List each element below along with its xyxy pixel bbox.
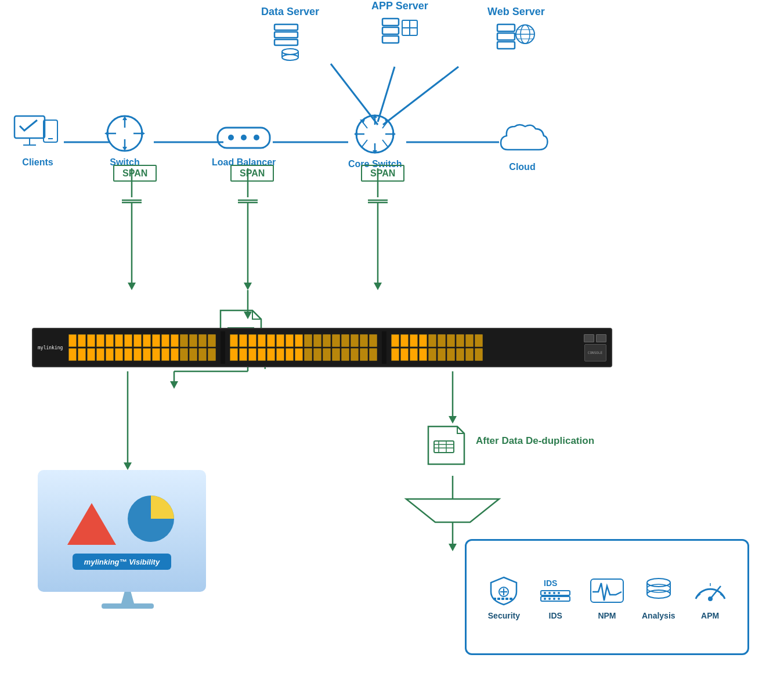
rack-port: [161, 334, 169, 347]
rack-port: [400, 348, 409, 361]
svg-rect-49: [497, 24, 515, 31]
security-icon: [486, 574, 521, 606]
rack-port: [323, 348, 331, 361]
svg-rect-110: [501, 598, 504, 600]
rack-port: [295, 348, 303, 361]
port-group-1: [68, 334, 216, 361]
rack-port: [410, 334, 418, 347]
span-core: SPAN: [361, 168, 404, 179]
svg-rect-50: [497, 33, 515, 40]
npm-label: NPM: [598, 611, 616, 620]
rack-brand: mylinking: [38, 345, 63, 350]
after-dedup-label: After Data De-duplication: [476, 435, 594, 447]
ids-icon: IDS: [538, 574, 573, 606]
rack-port: [419, 334, 427, 347]
svg-rect-111: [505, 598, 508, 600]
svg-marker-21: [374, 283, 382, 290]
web-server-icon: [493, 21, 539, 65]
tool-npm: NPM: [590, 574, 624, 620]
port-group-2: [230, 334, 377, 361]
rack-port: [410, 348, 418, 361]
rack-port: [248, 334, 256, 347]
rack-port: [475, 348, 483, 361]
rack-port: [208, 348, 216, 361]
svg-point-119: [558, 592, 560, 594]
rack-port: [391, 334, 399, 347]
rack-port: [230, 348, 238, 361]
load-balancer-icon: [215, 122, 273, 154]
tool-security: Security: [486, 574, 521, 620]
svg-point-120: [544, 598, 546, 600]
rack-port: [323, 334, 331, 347]
svg-rect-51: [497, 42, 515, 49]
svg-point-117: [548, 592, 551, 594]
rack-port: [180, 334, 188, 347]
rack-port: [456, 348, 464, 361]
svg-rect-109: [497, 598, 500, 600]
svg-line-88: [362, 140, 367, 147]
rack-port: [143, 348, 151, 361]
rack-port: [171, 334, 179, 347]
core-switch-node: Core Switch: [348, 112, 402, 169]
rack-port: [447, 348, 455, 361]
rack-port: [143, 334, 151, 347]
visibility-label: mylinking™ Visibility: [84, 558, 160, 566]
rack-port: [369, 334, 377, 347]
rack-port: [276, 334, 284, 347]
svg-rect-124: [591, 579, 623, 602]
rack-port: [332, 334, 340, 347]
svg-point-118: [553, 592, 555, 594]
svg-point-39: [282, 49, 298, 55]
rack-port: [286, 334, 294, 347]
svg-rect-100: [434, 441, 454, 453]
rack-port: [360, 334, 368, 347]
rack-port: [208, 334, 216, 347]
web-server-node: Web Server: [487, 6, 545, 65]
rack-port: [313, 334, 321, 347]
rack-port: [428, 348, 436, 361]
pie-chart: [125, 493, 177, 545]
rack-port: [87, 334, 95, 347]
apm-label: APM: [701, 611, 719, 620]
app-server-label: APP Server: [371, 0, 428, 12]
svg-point-129: [647, 584, 670, 592]
rack-port: [239, 334, 247, 347]
network-switch-rack: mylinking: [32, 328, 612, 367]
span-switch: SPAN: [113, 168, 157, 179]
svg-marker-11: [128, 283, 136, 290]
svg-point-73: [241, 135, 247, 140]
svg-marker-68: [104, 131, 109, 136]
load-balancer-node: Load Balancer: [212, 122, 276, 168]
tools-panel: Security IDS IDS: [465, 539, 749, 655]
rack-port: [106, 334, 114, 347]
span-core-label: SPAN: [361, 165, 404, 182]
switch-icon: [102, 113, 148, 154]
span-lb: SPAN: [230, 168, 274, 179]
rack-port: [295, 334, 303, 347]
clients-node: Clients: [12, 113, 64, 168]
svg-point-42: [282, 55, 298, 60]
data-server-node: Data Server: [261, 6, 319, 62]
rack-port: [465, 334, 474, 347]
tool-apm: APM: [693, 574, 728, 620]
rack-port: [438, 334, 446, 347]
visibility-section: mylinking™ Visibility: [38, 470, 218, 609]
svg-marker-28: [170, 381, 178, 389]
rack-port: [78, 334, 86, 347]
app-server-icon: [377, 16, 423, 59]
after-dedup-section: After Data De-duplication: [424, 424, 473, 469]
rack-port: [96, 348, 104, 361]
rack-port: [465, 348, 474, 361]
svg-point-131: [708, 596, 713, 601]
data-server-label: Data Server: [261, 6, 319, 18]
rack-port: [313, 348, 321, 361]
analysis-label: Analysis: [642, 611, 675, 620]
rack-port: [152, 348, 160, 361]
rack-port: [360, 348, 368, 361]
cloud-node: Cloud: [496, 121, 548, 172]
analysis-icon: [641, 574, 676, 606]
svg-marker-35: [449, 544, 457, 551]
rack-port: [351, 334, 359, 347]
switch-node: Switch: [102, 113, 148, 168]
rack-port: [115, 348, 123, 361]
